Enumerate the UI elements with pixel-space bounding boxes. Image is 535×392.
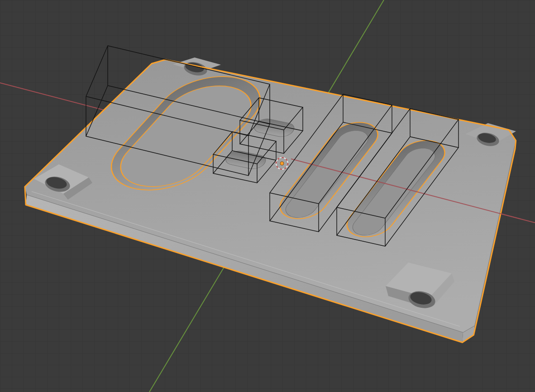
viewport-canvas[interactable]	[0, 0, 535, 392]
object-origin-dot	[280, 162, 284, 165]
blender-3d-viewport[interactable]	[0, 0, 535, 392]
